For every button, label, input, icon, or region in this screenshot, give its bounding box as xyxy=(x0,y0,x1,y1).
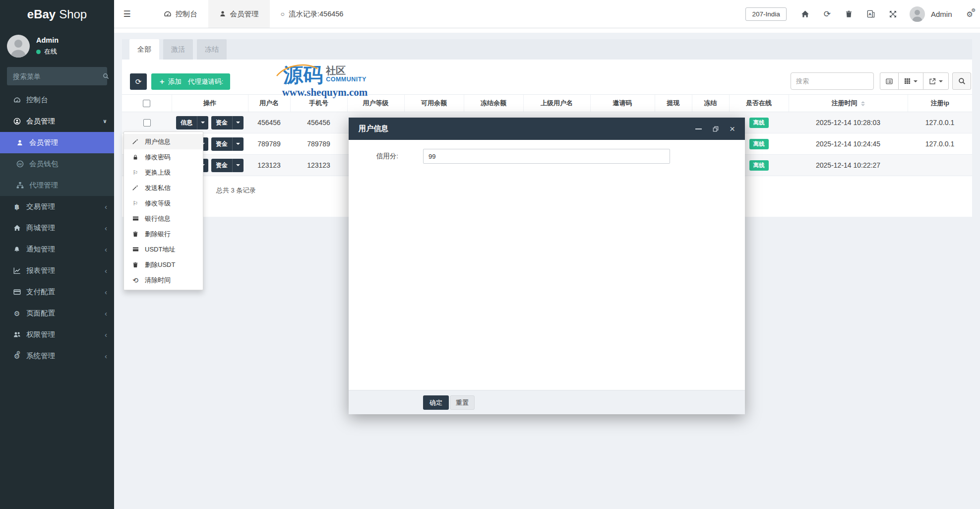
tab-dashboard[interactable]: 控制台 xyxy=(153,0,208,28)
credit-score-input[interactable] xyxy=(423,149,670,164)
sidebar-item-mall[interactable]: 商城管理 ‹ xyxy=(0,217,114,239)
fund-split-button[interactable]: 资金 xyxy=(211,116,244,129)
home-icon[interactable] xyxy=(801,10,809,18)
hamburger-menu-icon[interactable]: ☰ xyxy=(114,0,140,28)
caret-down-icon xyxy=(939,80,943,82)
trash-icon[interactable] xyxy=(845,10,853,18)
refresh-icon[interactable]: ⟳ xyxy=(824,9,831,19)
online-status-badge: 离线 xyxy=(749,139,769,149)
close-icon[interactable]: × xyxy=(730,124,735,133)
user-icon xyxy=(15,139,25,146)
info-split-button[interactable]: 信息 xyxy=(176,116,208,129)
credit-card-icon xyxy=(12,288,22,296)
col-header: 是否在线 xyxy=(729,95,789,112)
sidebar-item-notice[interactable]: 通知管理 ‹ xyxy=(0,239,114,260)
reset-button[interactable]: 重置 xyxy=(450,395,475,410)
fund-split-button[interactable]: 资金 xyxy=(211,159,244,172)
caret-down-icon[interactable] xyxy=(232,137,244,151)
caret-down-icon[interactable] xyxy=(232,116,244,129)
cell-phone: 789789 xyxy=(290,133,347,155)
export-button[interactable] xyxy=(923,72,949,90)
sidebar-item-pay-config[interactable]: 支付配置 ‹ xyxy=(0,281,114,303)
fund-split-button[interactable]: 资金 xyxy=(211,137,244,151)
sidebar-item-page-config[interactable]: ⚙ 页面配置 ‹ xyxy=(0,303,114,324)
menu-item-change-password[interactable]: 修改密码 xyxy=(124,149,203,165)
select-all-checkbox[interactable] xyxy=(143,100,150,107)
detail-view-button[interactable] xyxy=(880,72,899,90)
menu-item-bank-info[interactable]: 银行信息 xyxy=(124,211,203,226)
col-header: 注册ip xyxy=(908,95,972,112)
sidebar-item-member-manage[interactable]: 会员管理 xyxy=(0,132,114,153)
sidebar-menu: 控制台 会员管理 ∨ 会员管理 cc 会员钱包 xyxy=(0,89,114,367)
cell-phone: 123123 xyxy=(290,155,347,176)
menu-item-clear-time[interactable]: ⟲ 清除时间 xyxy=(124,272,203,288)
chevron-down-icon: ∨ xyxy=(103,118,107,125)
menu-item-user-info[interactable]: 用户信息 xyxy=(124,134,203,149)
fullscreen-icon[interactable] xyxy=(889,10,897,18)
col-header-sortable[interactable]: 注册时间 xyxy=(789,95,908,112)
sidebar-item-system[interactable]: ⚙⚙ 系统管理 ‹ xyxy=(0,345,114,367)
sidebar-item-trade[interactable]: ฿ 交易管理 ‹ xyxy=(0,196,114,217)
tachometer-icon xyxy=(164,10,172,18)
add-button-label: 添加 xyxy=(168,77,182,86)
table-search-input[interactable] xyxy=(791,72,874,90)
menu-item-label: 删除银行 xyxy=(145,230,171,239)
sidebar-item-agent-manage[interactable]: 代理管理 xyxy=(0,175,114,196)
settings-gears-icon[interactable]: ⚙⚙ xyxy=(967,10,973,18)
confirm-button[interactable]: 确定 xyxy=(423,395,449,410)
tab-member-manage[interactable]: 会员管理 xyxy=(208,0,270,28)
minimize-icon[interactable] xyxy=(695,128,702,129)
chevron-left-icon: ‹ xyxy=(105,246,107,253)
columns-grid-button[interactable] xyxy=(898,72,923,90)
topbar-user-name[interactable]: Admin xyxy=(931,10,952,18)
chevron-left-icon: ‹ xyxy=(105,203,107,210)
cc-circle-icon: cc xyxy=(15,160,25,168)
sidebar-item-dashboard[interactable]: 控制台 xyxy=(0,89,114,111)
plus-icon: ＋ xyxy=(158,77,166,86)
sidebar-item-member-group[interactable]: 会员管理 ∨ xyxy=(0,111,114,132)
chevron-left-icon: ‹ xyxy=(105,224,107,232)
caret-down-icon[interactable] xyxy=(197,116,208,129)
trash-icon xyxy=(131,231,139,237)
refresh-button[interactable]: ⟳ xyxy=(130,73,147,90)
maximize-icon[interactable] xyxy=(713,126,719,132)
menu-item-change-parent[interactable]: ⚐ 更换上级 xyxy=(124,165,203,180)
sidebar-item-label: 会员管理 xyxy=(29,138,58,147)
row-checkbox[interactable] xyxy=(143,119,151,127)
credit-score-label: 信用分: xyxy=(349,149,398,164)
search-submit-button[interactable] xyxy=(952,72,971,90)
menu-item-delete-usdt[interactable]: 删除USDT xyxy=(124,257,203,272)
col-header: 用户等级 xyxy=(347,95,404,112)
sidebar-item-member-wallet[interactable]: cc 会员钱包 xyxy=(0,153,114,175)
sidebar-search-input[interactable] xyxy=(13,72,103,80)
search-icon[interactable] xyxy=(103,73,109,79)
avatar[interactable] xyxy=(910,6,925,22)
tab-flow-record[interactable]: ○ 流水记录:456456 xyxy=(270,0,355,28)
sidebar-submenu: 会员管理 cc 会员钱包 代理管理 xyxy=(0,132,114,196)
menu-item-delete-bank[interactable]: 删除银行 xyxy=(124,226,203,242)
bitcoin-icon: ฿ xyxy=(12,203,22,211)
refresh-ccw-icon: ⟲ xyxy=(131,276,139,284)
filter-tab-frozen[interactable]: 冻结 xyxy=(197,39,227,60)
sidebar-item-report[interactable]: 报表管理 ‹ xyxy=(0,260,114,281)
menu-item-change-level[interactable]: ⚐ 修改等级 xyxy=(124,195,203,211)
app-logo[interactable]: eBay Shop xyxy=(0,0,114,28)
agent-invite-code-button[interactable]: 代理邀请码: xyxy=(181,73,230,90)
caret-down-icon[interactable] xyxy=(232,159,244,172)
topbar: ☰ 控制台 会员管理 ○ 流水记录:456456 207-India ⟳ A xyxy=(114,0,980,28)
menu-item-label: 修改等级 xyxy=(145,199,171,208)
translate-icon[interactable]: A xyxy=(867,10,875,18)
sidebar-item-permission[interactable]: 权限管理 ‹ xyxy=(0,324,114,345)
region-selector-button[interactable]: 207-India xyxy=(745,7,786,21)
col-header: 手机号 xyxy=(290,95,347,112)
table-header-row: 操作 用户名 手机号 用户等级 可用余额 冻结余额 上级用户名 邀请码 提现 冻… xyxy=(122,95,972,112)
row-action-dropdown: 用户信息 修改密码 ⚐ 更换上级 发送私信 ⚐ 修改等级 银行信息 删除银行 U… xyxy=(123,131,203,290)
sidebar-item-label: 支付配置 xyxy=(26,287,55,297)
menu-item-usdt-address[interactable]: USDT地址 xyxy=(124,242,203,257)
col-header-label: 注册时间 xyxy=(832,99,858,107)
filter-tab-active[interactable]: 激活 xyxy=(163,39,193,60)
menu-item-send-message[interactable]: 发送私信 xyxy=(124,180,203,195)
filter-tab-all[interactable]: 全部 xyxy=(129,39,159,60)
modal-header[interactable]: 用户信息 × xyxy=(349,118,745,140)
flag-icon: ⚐ xyxy=(131,169,139,176)
